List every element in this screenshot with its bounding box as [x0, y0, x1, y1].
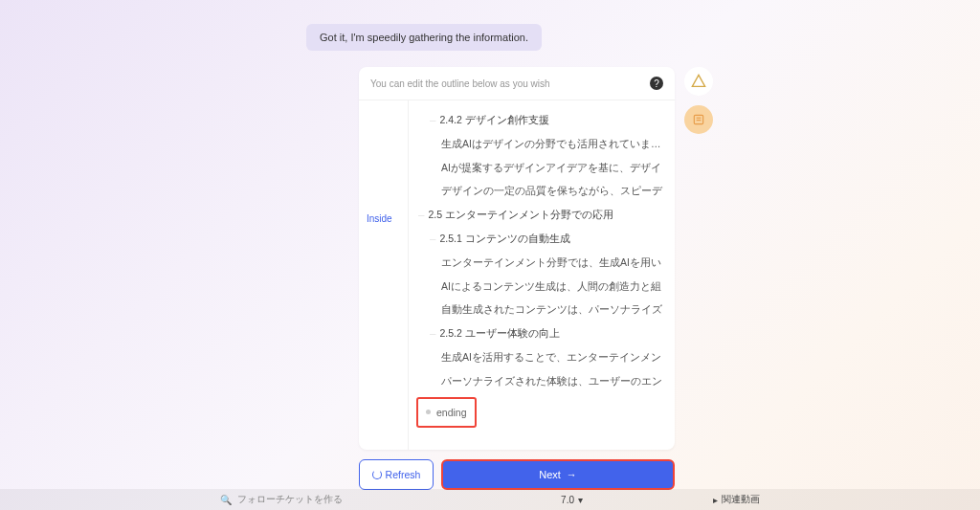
play-icon: ▸ — [713, 495, 718, 505]
outline-item[interactable]: AIが提案するデザインアイデアを基に、デザイ — [441, 156, 665, 180]
outline-item[interactable]: 2.5.2 ユーザー体験の向上 — [430, 322, 665, 345]
chat-status-text: Got it, I'm speedily gathering the infor… — [320, 32, 528, 43]
bottom-search-text[interactable]: フォローチケットを作る — [237, 493, 343, 506]
help-icon[interactable]: ? — [650, 77, 663, 90]
sidebar-label-inside[interactable]: Inside — [367, 213, 392, 224]
arrow-right-icon: → — [567, 469, 577, 480]
bottom-bar: 🔍 フォローチケットを作る 7.0 ▾ ▸ 関連動画 — [0, 489, 980, 510]
outline-body: Inside 2.4.2 デザイン創作支援 生成AIはデザインの分野でも活用され… — [359, 100, 675, 450]
outline-item[interactable]: パーソナライズされた体験は、ユーザーのエン — [441, 369, 665, 393]
bottom-left: 🔍 フォローチケットを作る — [220, 493, 343, 506]
next-button[interactable]: Next → — [441, 459, 675, 490]
action-buttons: Refresh Next → — [359, 459, 675, 490]
related-videos-link[interactable]: ▸ 関連動画 — [713, 493, 760, 506]
panel-header: You can edit the outline below as you wi… — [359, 67, 675, 100]
warning-hand-icon[interactable] — [684, 67, 713, 96]
ending-section[interactable]: ending — [416, 397, 477, 429]
refresh-icon — [372, 470, 382, 479]
outline-panel: You can edit the outline below as you wi… — [359, 67, 675, 450]
outline-content[interactable]: 2.4.2 デザイン創作支援 生成AIはデザインの分野でも活用されています。 A… — [409, 100, 675, 450]
outline-item[interactable]: デザインの一定の品質を保ちながら、スピーデ — [441, 179, 665, 203]
outline-item[interactable]: 2.4.2 デザイン創作支援 — [430, 108, 665, 132]
panel-header-text: You can edit the outline below as you wi… — [370, 78, 550, 89]
bottom-right: 7.0 ▾ ▸ 関連動画 — [561, 493, 760, 506]
refresh-label: Refresh — [386, 469, 421, 480]
side-toolbar — [684, 67, 713, 134]
search-icon[interactable]: 🔍 — [220, 495, 232, 505]
outline-item[interactable]: 生成AIを活用することで、エンターテインメン — [441, 345, 665, 369]
outline-item[interactable]: 2.5 エンターテインメント分野での応用 — [418, 203, 665, 227]
next-label: Next — [539, 469, 561, 480]
refresh-button[interactable]: Refresh — [359, 459, 434, 490]
outline-item[interactable]: 2.5.1 コンテンツの自動生成 — [430, 227, 665, 251]
outline-item[interactable]: 自動生成されたコンテンツは、パーソナライズ — [441, 298, 665, 322]
chat-status-bubble: Got it, I'm speedily gathering the infor… — [306, 24, 542, 51]
notes-icon[interactable] — [684, 105, 713, 134]
outline-item[interactable]: 生成AIはデザインの分野でも活用されています。 — [441, 132, 665, 156]
ending-label: ending — [436, 405, 467, 421]
outline-item[interactable]: AIによるコンテンツ生成は、人間の創造力と組 — [441, 275, 665, 299]
outline-sidebar: Inside — [359, 100, 409, 450]
bullet-icon — [426, 410, 431, 414]
zoom-indicator[interactable]: 7.0 ▾ — [561, 495, 583, 505]
chevron-down-icon: ▾ — [578, 495, 583, 505]
outline-item[interactable]: エンターテインメント分野では、生成AIを用い — [441, 251, 665, 275]
